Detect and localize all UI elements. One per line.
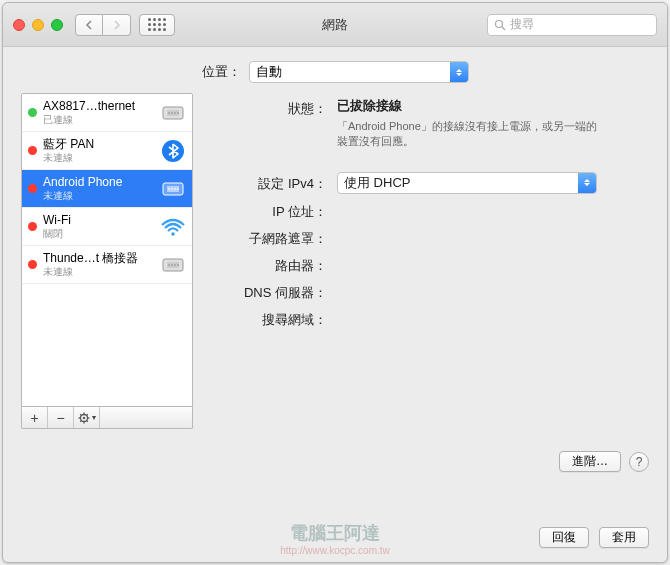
- svg-line-28: [80, 414, 81, 415]
- ethernet-icon: [160, 176, 186, 202]
- status-value: 已拔除接線: [337, 97, 649, 115]
- sidebar-column: AX8817…thernet 已連線 藍牙 PAN 未連線: [21, 93, 193, 429]
- status-dot-icon: [28, 108, 37, 117]
- svg-point-20: [174, 264, 176, 266]
- ip-address-label: IP 位址：: [207, 200, 337, 221]
- watermark: 電腦王阿達 http://www.kocpc.com.tw: [280, 521, 389, 556]
- svg-point-19: [171, 264, 173, 266]
- status-label: 狀態：: [207, 97, 337, 118]
- zoom-icon[interactable]: [51, 19, 63, 31]
- ethernet-icon: [160, 252, 186, 278]
- titlebar: 網路 搜尋: [3, 3, 667, 47]
- svg-point-7: [177, 112, 179, 114]
- location-select[interactable]: 自動: [249, 61, 469, 83]
- location-label: 位置：: [202, 63, 241, 81]
- advanced-button[interactable]: 進階…: [559, 451, 621, 472]
- minimize-icon[interactable]: [32, 19, 44, 31]
- help-button[interactable]: ?: [629, 452, 649, 472]
- chevron-updown-icon: [450, 62, 468, 82]
- sidebar-item-wifi[interactable]: Wi-Fi 關閉: [22, 208, 192, 246]
- svg-point-0: [496, 20, 503, 27]
- gear-icon: [78, 412, 90, 424]
- nav-back-forward: [75, 14, 131, 36]
- apply-button[interactable]: 套用: [599, 527, 649, 548]
- dns-label: DNS 伺服器：: [207, 281, 337, 302]
- back-button[interactable]: [75, 14, 103, 36]
- svg-point-18: [168, 264, 170, 266]
- chevron-updown-icon: [578, 173, 596, 193]
- ipv4-select[interactable]: 使用 DHCP: [337, 172, 597, 194]
- main-area: AX8817…thernet 已連線 藍牙 PAN 未連線: [3, 93, 667, 429]
- close-icon[interactable]: [13, 19, 25, 31]
- svg-point-13: [174, 188, 176, 190]
- svg-point-6: [174, 112, 176, 114]
- svg-point-21: [177, 264, 179, 266]
- status-dot-icon: [28, 260, 37, 269]
- traffic-lights: [13, 19, 63, 31]
- network-prefs-window: 網路 搜尋 位置： 自動 AX8817…thernet 已連線: [2, 2, 668, 563]
- details-column: 狀態： 已拔除接線 「Android Phone」的接線沒有接上電源，或另一端的…: [207, 93, 649, 429]
- ethernet-icon: [160, 100, 186, 126]
- revert-button[interactable]: 回復: [539, 527, 589, 548]
- svg-point-5: [171, 112, 173, 114]
- show-all-button[interactable]: [139, 14, 175, 36]
- window-title: 網路: [322, 16, 348, 34]
- search-input[interactable]: 搜尋: [487, 14, 657, 36]
- sidebar-item-bluetooth-pan[interactable]: 藍牙 PAN 未連線: [22, 132, 192, 170]
- svg-point-14: [177, 188, 179, 190]
- svg-line-1: [502, 27, 505, 30]
- status-dot-icon: [28, 146, 37, 155]
- interface-list: AX8817…thernet 已連線 藍牙 PAN 未連線: [21, 93, 193, 407]
- svg-point-12: [171, 188, 173, 190]
- svg-point-4: [168, 112, 170, 114]
- status-dot-icon: [28, 184, 37, 193]
- svg-point-23: [82, 416, 84, 418]
- sidebar-item-android-phone[interactable]: Android Phone 未連線: [22, 170, 192, 208]
- actions-menu-button[interactable]: [74, 407, 100, 428]
- ipv4-label: 設定 IPv4：: [207, 172, 337, 193]
- router-label: 路由器：: [207, 254, 337, 275]
- add-interface-button[interactable]: +: [22, 407, 48, 428]
- advanced-row: 進階… ?: [3, 451, 667, 472]
- search-icon: [494, 19, 506, 31]
- status-description: 「Android Phone」的接線沒有接上電源，或另一端的裝置沒有回應。: [337, 119, 597, 150]
- sidebar-footer: + −: [21, 407, 193, 429]
- forward-button[interactable]: [103, 14, 131, 36]
- status-dot-icon: [28, 222, 37, 231]
- sidebar-item-thunderbolt-bridge[interactable]: Thunde…t 橋接器 未連線: [22, 246, 192, 284]
- svg-line-30: [86, 414, 87, 415]
- wifi-icon: [160, 214, 186, 240]
- svg-point-15: [171, 232, 175, 236]
- search-domain-label: 搜尋網域：: [207, 308, 337, 329]
- svg-point-11: [168, 188, 170, 190]
- svg-line-29: [86, 420, 87, 421]
- svg-line-31: [80, 420, 81, 421]
- footer-buttons: 回復 套用: [521, 527, 667, 548]
- subnet-label: 子網路遮罩：: [207, 227, 337, 248]
- bluetooth-icon: [160, 138, 186, 164]
- location-row: 位置： 自動: [3, 47, 667, 93]
- sidebar-item-ax8817[interactable]: AX8817…thernet 已連線: [22, 94, 192, 132]
- remove-interface-button[interactable]: −: [48, 407, 74, 428]
